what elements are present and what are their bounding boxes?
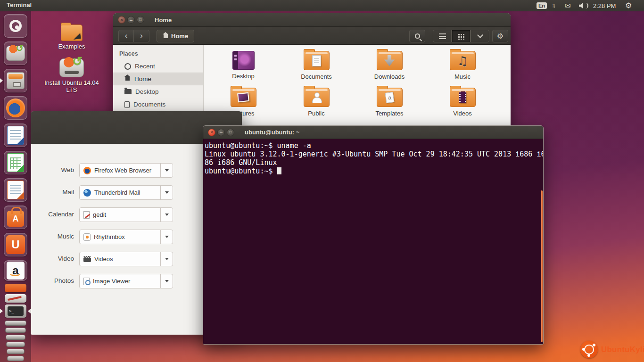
window-title: Home <box>155 16 172 24</box>
speaker-icon <box>579 3 584 8</box>
desktop-purple-icon <box>232 51 255 70</box>
launcher-folded-item[interactable] <box>5 328 26 333</box>
dropdown-value: Image Viewer <box>93 278 130 285</box>
prompt-text: ubuntu@ubuntu:~$ <box>205 167 277 175</box>
photos-app-dropdown[interactable]: Image Viewer <box>79 274 173 288</box>
music-app-dropdown[interactable]: Rhythmbox <box>79 230 173 244</box>
terminal-content[interactable]: ubuntu@ubuntu:~$ uname -a Linux ubuntu 3… <box>203 139 543 344</box>
sidebar-item-recent[interactable]: Recent <box>113 60 203 73</box>
calendar-app-dropdown[interactable]: gedit <box>79 207 173 222</box>
folder-label: Videos <box>429 110 495 117</box>
install-arrow-icon: ↺ <box>72 55 83 67</box>
breadcrumb-label: Home <box>171 33 188 40</box>
launcher-folded-item[interactable] <box>7 356 24 361</box>
files-toolbar: ‹ › Home ⚙ <box>113 27 511 45</box>
close-icon[interactable]: × <box>118 16 125 24</box>
folder-public[interactable]: Public <box>283 88 349 117</box>
breadcrumb-home-button[interactable]: Home <box>157 30 194 42</box>
maximize-icon[interactable]: □ <box>227 129 234 136</box>
dropdown-arrow[interactable] <box>160 208 173 222</box>
sound-indicator[interactable] <box>579 0 588 11</box>
sync-indicator[interactable]: ↑↓ <box>552 0 554 11</box>
launcher-libreoffice-calc[interactable] <box>4 151 27 174</box>
video-app-dropdown[interactable]: Videos <box>79 252 173 266</box>
launcher-software-center[interactable]: A <box>4 206 27 229</box>
list-view-button[interactable] <box>433 30 452 42</box>
dropdown-arrow[interactable] <box>160 274 173 288</box>
launcher-software-updater[interactable] <box>5 294 26 303</box>
terminal-cursor <box>277 167 281 174</box>
session-indicator[interactable]: ⚙ <box>625 0 632 11</box>
row-label: Photos <box>31 277 74 284</box>
clock-text: 2:28 PM <box>593 2 616 9</box>
video-clapper-icon <box>83 256 91 262</box>
launcher-dash-home[interactable] <box>4 14 27 38</box>
launcher-ubuntu-one-music[interactable] <box>5 284 26 292</box>
web-app-dropdown[interactable]: Firefox Web Browser <box>79 163 173 178</box>
dropdown-value: Videos <box>94 255 113 263</box>
messaging-indicator[interactable]: ✉ <box>565 0 571 11</box>
desktop-icon-examples[interactable]: Examples <box>43 25 100 50</box>
back-button[interactable]: ‹ <box>118 30 134 42</box>
view-options-button[interactable] <box>471 30 489 42</box>
folder-desktop[interactable]: Desktop <box>210 51 276 80</box>
firefox-icon <box>83 167 91 174</box>
examples-link-folder-icon <box>61 25 83 41</box>
launcher-files[interactable] <box>4 69 27 92</box>
close-icon[interactable]: × <box>208 129 215 136</box>
mail-envelope-icon: ✉ <box>565 1 571 10</box>
dropdown-arrow[interactable] <box>160 230 173 244</box>
running-indicator-arrow <box>0 309 3 313</box>
terminal-scrollbar[interactable] <box>541 190 543 342</box>
chevron-down-icon <box>477 32 483 38</box>
home-icon <box>163 34 168 39</box>
dropdown-arrow[interactable] <box>160 252 173 266</box>
launcher-amazon[interactable]: a <box>4 260 27 281</box>
dropdown-arrow[interactable] <box>160 186 173 199</box>
mail-app-dropdown[interactable]: Thunderbird Mail <box>79 185 173 200</box>
folder-templates[interactable]: Templates <box>356 88 422 117</box>
sidebar-item-label: Documents <box>133 101 165 108</box>
launcher-ubuntu-one[interactable]: U <box>4 233 27 256</box>
grid-view-button[interactable] <box>452 30 471 42</box>
maximize-icon[interactable]: □ <box>137 16 144 24</box>
terminal-titlebar[interactable]: × – □ ubuntu@ubuntu: ~ <box>203 126 543 139</box>
desktop-icon-install-ubuntu[interactable]: ↺ Install Ubuntu 14.04 LTS <box>43 58 100 93</box>
gear-menu-button[interactable]: ⚙ <box>492 30 508 42</box>
person-emblem-icon <box>311 92 322 103</box>
launcher-terminal[interactable]: >_ <box>5 304 26 318</box>
keyboard-indicator[interactable]: En <box>537 0 547 11</box>
grid-view-icon <box>458 33 464 40</box>
terminal-line: ubuntu@ubuntu:~$ uname -a <box>203 141 543 150</box>
sidebar-item-documents[interactable]: Documents <box>113 98 203 111</box>
triangle-down-icon <box>165 236 169 238</box>
launcher-firefox[interactable] <box>4 96 27 120</box>
launcher-ubuntu-installer[interactable]: ↺ <box>4 41 27 65</box>
thunderbird-icon <box>83 189 91 197</box>
search-button[interactable] <box>409 30 425 42</box>
minimize-icon[interactable]: – <box>217 129 225 136</box>
launcher-folded-item[interactable] <box>6 342 25 347</box>
sidebar-item-desktop[interactable]: Desktop <box>113 85 203 98</box>
forward-button[interactable]: › <box>134 30 149 42</box>
terminal-line: Linux ubuntu 3.12.0-1-generic #3-Ubuntu … <box>203 150 543 158</box>
terminal-line: 86 i686 GNU/Linux <box>203 158 543 167</box>
template-emblem-icon <box>385 91 394 103</box>
desktop-icon-label: Examples <box>43 43 100 50</box>
terminal-prompt-line: ubuntu@ubuntu:~$ <box>203 167 543 175</box>
dropdown-arrow[interactable] <box>160 164 173 177</box>
launcher-folded-item[interactable] <box>7 349 25 354</box>
launcher-libreoffice-impress[interactable] <box>4 178 27 202</box>
folder-documents[interactable]: Documents <box>283 51 349 80</box>
launcher-libreoffice-writer[interactable] <box>4 123 27 147</box>
sidebar-item-home[interactable]: Home <box>113 73 203 85</box>
triangle-down-icon <box>165 169 169 172</box>
clock-indicator[interactable]: 2:28 PM <box>593 0 616 11</box>
folder-music[interactable]: ♫ Music <box>429 51 495 80</box>
launcher-folded-item[interactable] <box>5 321 26 326</box>
minimize-icon[interactable]: – <box>127 16 135 24</box>
files-titlebar[interactable]: × – □ Home <box>113 13 511 27</box>
folder-downloads[interactable]: Downloads <box>356 51 422 80</box>
launcher-folded-item[interactable] <box>6 335 25 340</box>
folder-videos[interactable]: Videos <box>429 88 495 117</box>
